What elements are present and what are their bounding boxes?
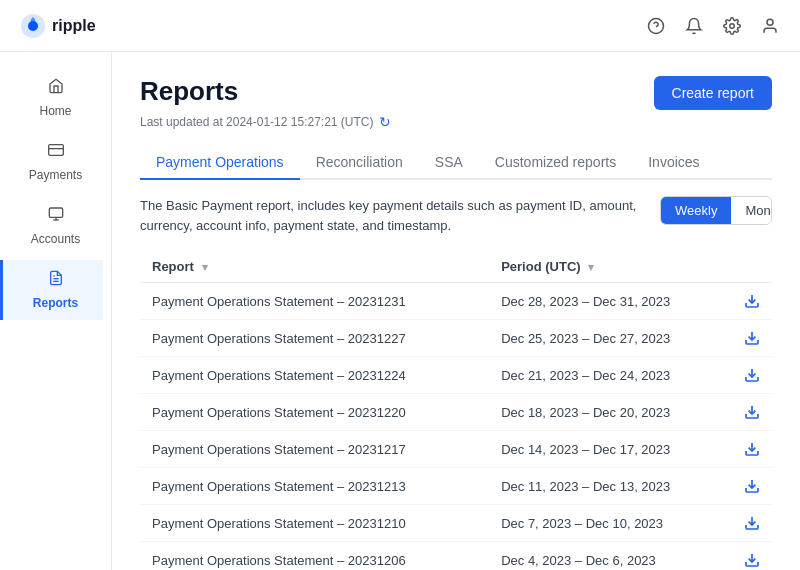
main-content: Reports Create report Last updated at 20… <box>112 52 800 570</box>
sort-icon-period: ▾ <box>588 261 594 273</box>
download-button[interactable] <box>744 441 760 457</box>
monthly-toggle[interactable]: Monthly <box>731 197 772 224</box>
svg-rect-6 <box>48 145 63 156</box>
sidebar-label-home: Home <box>39 104 71 118</box>
download-button[interactable] <box>744 515 760 531</box>
weekly-toggle[interactable]: Weekly <box>661 197 731 224</box>
cell-period: Dec 18, 2023 – Dec 20, 2023 <box>489 394 732 431</box>
cell-period: Dec 28, 2023 – Dec 31, 2023 <box>489 283 732 320</box>
reports-table: Report ▾ Period (UTC) ▾ Payment Operatio… <box>140 251 772 570</box>
user-icon[interactable] <box>760 16 780 36</box>
sidebar-item-accounts[interactable]: Accounts <box>8 196 103 256</box>
cell-period: Dec 11, 2023 – Dec 13, 2023 <box>489 468 732 505</box>
tab-payment-operations[interactable]: Payment Operations <box>140 146 300 180</box>
home-icon <box>48 78 64 98</box>
table-row: Payment Operations Statement – 20231224 … <box>140 357 772 394</box>
table-row: Payment Operations Statement – 20231210 … <box>140 505 772 542</box>
svg-point-4 <box>730 23 735 28</box>
cell-period: Dec 7, 2023 – Dec 10, 2023 <box>489 505 732 542</box>
column-header-actions <box>732 251 772 283</box>
tab-ssa[interactable]: SSA <box>419 146 479 180</box>
settings-icon[interactable] <box>722 16 742 36</box>
logo-area: ripple <box>20 13 96 39</box>
table-row: Payment Operations Statement – 20231213 … <box>140 468 772 505</box>
cell-report-name: Payment Operations Statement – 20231220 <box>140 394 489 431</box>
page-title: Reports <box>140 76 238 107</box>
logo-text: ripple <box>52 17 96 35</box>
page-header: Reports Create report <box>140 76 772 110</box>
svg-point-5 <box>767 19 773 25</box>
top-nav: ripple <box>0 0 800 52</box>
help-icon[interactable] <box>646 16 666 36</box>
download-button[interactable] <box>744 404 760 420</box>
download-button[interactable] <box>744 293 760 309</box>
download-button[interactable] <box>744 478 760 494</box>
create-report-button[interactable]: Create report <box>654 76 772 110</box>
description-row: The Basic Payment report, includes key p… <box>140 196 772 235</box>
sidebar-item-home[interactable]: Home <box>8 68 103 128</box>
bell-icon[interactable] <box>684 16 704 36</box>
svg-rect-8 <box>49 208 62 217</box>
tab-invoices[interactable]: Invoices <box>632 146 715 180</box>
tab-reconciliation[interactable]: Reconciliation <box>300 146 419 180</box>
cell-report-name: Payment Operations Statement – 20231217 <box>140 431 489 468</box>
sort-icon-report: ▾ <box>202 261 208 273</box>
table-row: Payment Operations Statement – 20231206 … <box>140 542 772 571</box>
download-button[interactable] <box>744 330 760 346</box>
cell-period: Dec 14, 2023 – Dec 17, 2023 <box>489 431 732 468</box>
table-row: Payment Operations Statement – 20231231 … <box>140 283 772 320</box>
accounts-icon <box>48 206 64 226</box>
frequency-toggle: Weekly Monthly <box>660 196 772 225</box>
cell-report-name: Payment Operations Statement – 20231210 <box>140 505 489 542</box>
sidebar-label-payments: Payments <box>29 168 82 182</box>
table-row: Payment Operations Statement – 20231217 … <box>140 431 772 468</box>
top-nav-actions <box>646 16 780 36</box>
table-row: Payment Operations Statement – 20231220 … <box>140 394 772 431</box>
refresh-icon[interactable]: ↻ <box>379 114 391 130</box>
table-row: Payment Operations Statement – 20231227 … <box>140 320 772 357</box>
cell-period: Dec 21, 2023 – Dec 24, 2023 <box>489 357 732 394</box>
download-button[interactable] <box>744 552 760 568</box>
cell-report-name: Payment Operations Statement – 20231224 <box>140 357 489 394</box>
cell-report-name: Payment Operations Statement – 20231213 <box>140 468 489 505</box>
ripple-logo-icon <box>20 13 46 39</box>
sidebar-item-payments[interactable]: Payments <box>8 132 103 192</box>
sidebar: Home Payments Accounts Reports <box>0 52 112 570</box>
download-button[interactable] <box>744 367 760 383</box>
cell-period: Dec 4, 2023 – Dec 6, 2023 <box>489 542 732 571</box>
sidebar-label-reports: Reports <box>33 296 78 310</box>
description-text: The Basic Payment report, includes key p… <box>140 196 660 235</box>
payments-icon <box>48 142 64 162</box>
cell-period: Dec 25, 2023 – Dec 27, 2023 <box>489 320 732 357</box>
cell-report-name: Payment Operations Statement – 20231206 <box>140 542 489 571</box>
column-header-report[interactable]: Report ▾ <box>140 251 489 283</box>
cell-report-name: Payment Operations Statement – 20231231 <box>140 283 489 320</box>
column-header-period[interactable]: Period (UTC) ▾ <box>489 251 732 283</box>
sidebar-item-reports[interactable]: Reports <box>0 260 103 320</box>
report-tabs: Payment Operations Reconciliation SSA Cu… <box>140 146 772 180</box>
reports-icon <box>48 270 64 290</box>
cell-report-name: Payment Operations Statement – 20231227 <box>140 320 489 357</box>
last-updated-text: Last updated at 2024-01-12 15:27:21 (UTC… <box>140 114 772 130</box>
tab-customized-reports[interactable]: Customized reports <box>479 146 632 180</box>
sidebar-label-accounts: Accounts <box>31 232 80 246</box>
